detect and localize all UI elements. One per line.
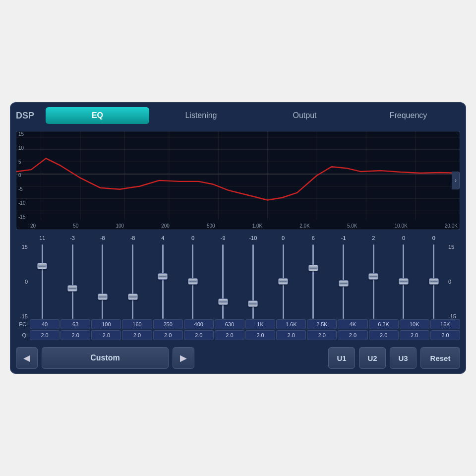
fader-track-0[interactable] <box>42 244 43 319</box>
eq-chart[interactable]: 15 10 5 0 -5 -10 -15 20 50 100 200 500 1… <box>16 131 460 230</box>
q-label: Q: <box>16 332 30 338</box>
q-cell-0[interactable]: 2.0 <box>30 330 60 340</box>
q-cell-4[interactable]: 2.0 <box>153 330 183 340</box>
fader-value-12: 0 <box>402 235 405 243</box>
fader-track-wrap-10[interactable] <box>329 244 358 319</box>
dsp-label: DSP <box>16 111 41 121</box>
scale-0-right: 0 <box>448 279 460 285</box>
q-cell-9[interactable]: 2.0 <box>307 330 337 340</box>
fader-thumb-10[interactable] <box>339 280 349 287</box>
faders-row: 11-3-8-840-9-1006-1200 <box>28 235 448 319</box>
fc-cell-6[interactable]: 630 <box>215 319 244 329</box>
fader-track-8[interactable] <box>283 244 284 319</box>
fader-value-8: 0 <box>282 235 285 243</box>
fc-cell-5[interactable]: 400 <box>184 319 214 329</box>
fader-track-6[interactable] <box>222 244 224 319</box>
q-cell-8[interactable]: 2.0 <box>276 330 306 340</box>
fader-thumb-11[interactable] <box>368 273 378 280</box>
fader-thumb-7[interactable] <box>248 300 258 307</box>
fader-value-7: -10 <box>249 235 257 243</box>
fader-track-4[interactable] <box>162 244 164 319</box>
fader-track-wrap-5[interactable] <box>178 244 208 319</box>
fc-cell-7[interactable]: 1K <box>245 319 275 329</box>
fc-cell-3[interactable]: 160 <box>122 319 152 329</box>
bottom-controls: ◀ Custom ▶ U1 U2 U3 Reset <box>11 343 465 373</box>
fc-cell-13[interactable]: 16K <box>430 319 460 329</box>
q-cell-10[interactable]: 2.0 <box>338 330 367 340</box>
fader-thumb-9[interactable] <box>308 265 318 271</box>
fader-thumb-4[interactable] <box>158 273 168 280</box>
fader-track-wrap-2[interactable] <box>88 244 117 319</box>
fader-track-wrap-11[interactable] <box>359 244 388 319</box>
fc-cell-4[interactable]: 250 <box>153 319 183 329</box>
scale-15-left: 15 <box>16 244 28 250</box>
fader-track-wrap-8[interactable] <box>269 244 298 319</box>
fader-track-9[interactable] <box>312 244 314 319</box>
q-cell-13[interactable]: 2.0 <box>430 330 460 340</box>
fader-track-wrap-4[interactable] <box>148 244 178 319</box>
q-cell-12[interactable]: 2.0 <box>400 330 429 340</box>
fader-track-wrap-9[interactable] <box>298 244 328 319</box>
fader-col-9: 6 <box>298 235 328 319</box>
fader-track-2[interactable] <box>102 244 103 319</box>
fader-value-0: 11 <box>39 235 45 243</box>
fader-track-wrap-3[interactable] <box>118 244 147 319</box>
q-cell-5[interactable]: 2.0 <box>184 330 214 340</box>
fader-thumb-5[interactable] <box>188 278 198 285</box>
prev-button[interactable]: ◀ <box>16 347 38 369</box>
fader-track-wrap-12[interactable] <box>389 244 418 319</box>
fader-thumb-8[interactable] <box>278 278 288 285</box>
tab-eq[interactable]: EQ <box>46 107 149 124</box>
fader-value-4: 4 <box>161 235 164 243</box>
preset-button[interactable]: Custom <box>42 347 169 369</box>
u1-button[interactable]: U1 <box>328 347 355 369</box>
fader-track-5[interactable] <box>192 244 193 319</box>
fader-value-6: -9 <box>221 235 226 243</box>
u3-button[interactable]: U3 <box>390 347 416 369</box>
fader-track-7[interactable] <box>252 244 254 319</box>
fader-thumb-12[interactable] <box>399 278 409 285</box>
fader-track-10[interactable] <box>343 244 344 319</box>
fader-track-wrap-0[interactable] <box>28 244 57 319</box>
fader-thumb-1[interactable] <box>67 285 77 292</box>
fader-thumb-2[interactable] <box>98 294 108 300</box>
fader-value-11: 2 <box>372 235 375 243</box>
fader-value-1: -3 <box>70 235 75 243</box>
fc-cell-0[interactable]: 40 <box>30 319 60 329</box>
q-cell-6[interactable]: 2.0 <box>215 330 244 340</box>
fader-track-wrap-6[interactable] <box>208 244 238 319</box>
fader-track-wrap-13[interactable] <box>419 244 448 319</box>
tab-listening[interactable]: Listening <box>149 107 253 124</box>
fader-thumb-0[interactable] <box>37 263 47 269</box>
fc-cell-10[interactable]: 4K <box>338 319 367 329</box>
fc-cell-8[interactable]: 1.6K <box>276 319 306 329</box>
q-cell-7[interactable]: 2.0 <box>245 330 275 340</box>
fc-cell-1[interactable]: 63 <box>60 319 90 329</box>
fader-thumb-13[interactable] <box>429 278 439 285</box>
fader-thumb-3[interactable] <box>128 294 138 300</box>
fader-thumb-6[interactable] <box>218 298 228 305</box>
fader-track-11[interactable] <box>373 244 374 319</box>
q-cell-2[interactable]: 2.0 <box>91 330 121 340</box>
q-cell-11[interactable]: 2.0 <box>369 330 399 340</box>
fader-track-3[interactable] <box>132 244 133 319</box>
reset-button[interactable]: Reset <box>420 347 460 369</box>
fader-track-wrap-7[interactable] <box>238 244 268 319</box>
fc-cell-12[interactable]: 10K <box>400 319 429 329</box>
fc-cell-2[interactable]: 100 <box>91 319 121 329</box>
q-cell-3[interactable]: 2.0 <box>122 330 152 340</box>
fader-col-8: 0 <box>269 235 298 319</box>
u2-button[interactable]: U2 <box>359 347 386 369</box>
fc-cell-11[interactable]: 6.3K <box>369 319 399 329</box>
tab-frequency[interactable]: Frequency <box>357 107 460 124</box>
fader-track-1[interactable] <box>72 244 73 319</box>
chart-expand-handle[interactable]: › <box>452 172 460 189</box>
tab-output[interactable]: Output <box>253 107 357 124</box>
fader-track-12[interactable] <box>403 244 404 319</box>
fader-track-13[interactable] <box>433 244 434 319</box>
next-button[interactable]: ▶ <box>173 347 194 369</box>
fader-col-3: -8 <box>118 235 147 319</box>
fc-cell-9[interactable]: 2.5K <box>307 319 337 329</box>
fader-track-wrap-1[interactable] <box>58 244 87 319</box>
q-cell-1[interactable]: 2.0 <box>60 330 90 340</box>
